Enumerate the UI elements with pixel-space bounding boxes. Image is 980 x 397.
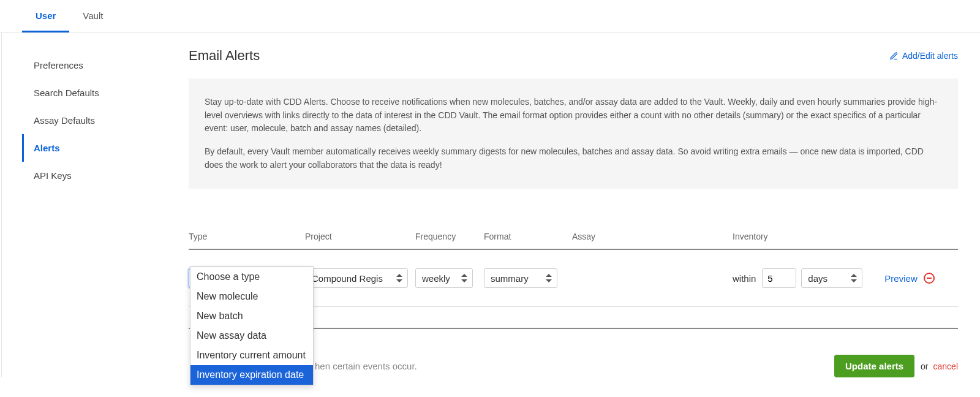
dropdown-option[interactable]: New molecule <box>190 287 313 306</box>
col-header-project: Project <box>305 232 415 241</box>
add-edit-alerts-link[interactable]: Add/Edit alerts <box>889 51 958 61</box>
sort-arrows-icon <box>461 274 467 282</box>
info-paragraph-1: Stay up-to-date with CDD Alerts. Choose … <box>205 96 942 135</box>
col-header-format: Format <box>484 232 572 241</box>
add-edit-alerts-label: Add/Edit alerts <box>902 51 958 61</box>
preview-link[interactable]: Preview <box>884 273 917 284</box>
col-header-type: Type <box>189 232 305 241</box>
col-header-frequency: Frequency <box>415 232 484 241</box>
cancel-link[interactable]: cancel <box>933 361 958 371</box>
or-text: or <box>921 361 928 371</box>
format-select-value: summary <box>491 273 529 284</box>
sort-arrows-icon <box>396 274 402 282</box>
info-paragraph-2: By default, every Vault member automatic… <box>205 145 942 172</box>
info-box: Stay up-to-date with CDD Alerts. Choose … <box>189 78 958 189</box>
frequency-select[interactable]: weekly <box>415 268 473 288</box>
remove-icon[interactable] <box>924 273 935 284</box>
dropdown-option[interactable]: New batch <box>190 306 313 326</box>
sidebar-item-preferences[interactable]: Preferences <box>22 51 172 79</box>
type-dropdown-popup[interactable]: Choose a type New molecule New batch New… <box>190 267 314 385</box>
within-value-input[interactable] <box>762 268 796 288</box>
dropdown-option-selected[interactable]: Inventory expiration date <box>190 365 313 385</box>
frequency-select-value: weekly <box>422 273 450 284</box>
sort-arrows-icon <box>851 274 857 282</box>
page-title: Email Alerts <box>189 48 260 64</box>
within-unit-select[interactable]: days <box>801 268 862 288</box>
alerts-table-header: Type Project Frequency Format Assay Inve… <box>189 221 958 250</box>
sidebar-item-assay-defaults[interactable]: Assay Defaults <box>22 107 172 134</box>
tab-vault[interactable]: Vault <box>69 0 116 32</box>
settings-sidebar: Preferences Search Defaults Assay Defaul… <box>1 33 172 377</box>
sidebar-item-search-defaults[interactable]: Search Defaults <box>22 79 172 107</box>
pencil-icon <box>889 51 899 61</box>
sidebar-item-alerts[interactable]: Alerts <box>22 134 172 162</box>
within-unit-value: days <box>808 273 827 284</box>
sort-arrows-icon <box>546 274 552 282</box>
within-label: within <box>733 273 756 284</box>
tab-user[interactable]: User <box>22 0 69 32</box>
dropdown-option[interactable]: Inventory current amount <box>190 346 313 365</box>
col-header-assay: Assay <box>572 232 733 241</box>
sidebar-item-api-keys[interactable]: API Keys <box>22 162 172 189</box>
update-alerts-button[interactable]: Update alerts <box>834 355 914 377</box>
dropdown-option[interactable]: Choose a type <box>190 267 313 287</box>
dropdown-option[interactable]: New assay data <box>190 326 313 346</box>
project-select[interactable]: Compound Regis <box>305 268 408 288</box>
format-select[interactable]: summary <box>484 268 557 288</box>
top-tabs: User Vault <box>0 0 980 33</box>
project-select-value: Compound Regis <box>312 273 383 284</box>
col-header-inventory: Inventory <box>733 232 958 241</box>
